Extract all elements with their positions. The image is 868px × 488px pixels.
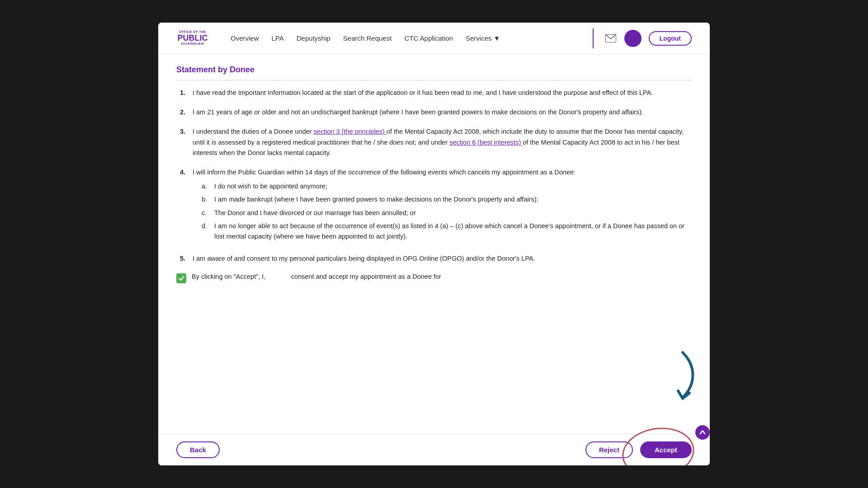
- checkbox-label: By clicking on "Accept", I, consent and …: [192, 273, 441, 280]
- sub-list-4: a.I do not wish to be appointed anymore;…: [202, 181, 692, 242]
- logo: OFFICE OF THE PUBLIC GUARDIAN: [176, 27, 209, 50]
- footer-bar: Back Reject Accept: [158, 434, 710, 465]
- section-title: Statement by Donee: [176, 65, 692, 80]
- sub-item-4c: c.The Donor and I have divorced or our m…: [202, 208, 692, 218]
- reject-button[interactable]: Reject: [585, 441, 633, 458]
- sub-item-4b: b.I am made bankrupt (where I have been …: [202, 194, 692, 205]
- curved-arrow-icon: [646, 348, 701, 407]
- annotation-container: [628, 348, 701, 438]
- logout-button[interactable]: Logout: [649, 31, 692, 46]
- statement-2: 2. I am 21 years of age or older and not…: [176, 107, 692, 117]
- browser-window: OFFICE OF THE PUBLIC GUARDIAN Overview L…: [158, 23, 710, 465]
- nav-divider: [593, 28, 594, 48]
- nav-deputyship[interactable]: Deputyship: [297, 34, 330, 42]
- back-button[interactable]: Back: [176, 441, 220, 458]
- avatar[interactable]: [624, 30, 642, 47]
- content-area: Statement by Donee 1. I have read the Im…: [158, 54, 710, 465]
- nav-ctc-application[interactable]: CTC Application: [404, 34, 453, 42]
- accept-area: Accept: [640, 441, 692, 458]
- nav-overview[interactable]: Overview: [231, 34, 259, 42]
- accept-button[interactable]: Accept: [640, 441, 692, 458]
- nav-services[interactable]: Services ▼: [466, 34, 500, 42]
- statement-3: 3. I understand the duties of a Donee un…: [176, 127, 692, 158]
- logo-sub-text: GUARDIAN: [181, 42, 204, 46]
- mail-icon[interactable]: [604, 34, 617, 43]
- nav-links: Overview LPA Deputyship Search Request C…: [231, 34, 575, 42]
- nav-actions: Logout: [589, 28, 692, 48]
- chevron-down-icon: ▼: [493, 34, 500, 42]
- sub-item-4d: d.I am no longer able to act because of …: [202, 221, 692, 242]
- consent-checkbox[interactable]: [176, 273, 186, 283]
- navbar: OFFICE OF THE PUBLIC GUARDIAN Overview L…: [158, 23, 710, 54]
- statement-5: 5. I am aware of and consent to my perso…: [176, 253, 692, 264]
- nav-lpa[interactable]: LPA: [272, 34, 284, 42]
- section3-link[interactable]: section 3 (the principles): [314, 128, 387, 135]
- logo-main-text: PUBLIC: [178, 34, 208, 42]
- statement-4: 4. I will inform the Public Guardian wit…: [176, 167, 692, 244]
- sub-item-4a: a.I do not wish to be appointed anymore;: [202, 181, 692, 192]
- statement-1: 1. I have read the Important Information…: [176, 88, 692, 98]
- statement-list: 1. I have read the Important Information…: [176, 88, 692, 264]
- checkbox-row: By clicking on "Accept", I, consent and …: [176, 273, 692, 283]
- footer-right: Reject Accept: [585, 441, 692, 458]
- section6-link[interactable]: section 6 (best interests): [449, 139, 523, 146]
- nav-search-request[interactable]: Search Request: [343, 34, 392, 42]
